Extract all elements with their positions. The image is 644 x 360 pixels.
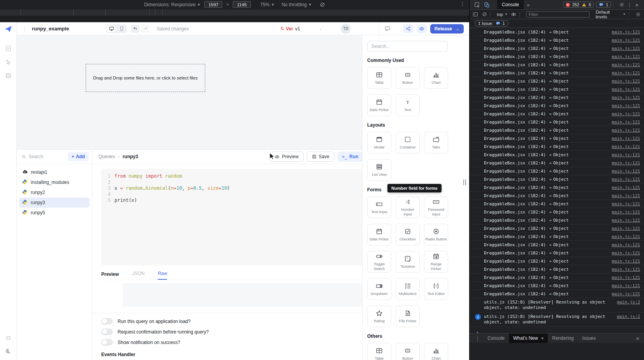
log-object[interactable]: Object xyxy=(553,185,569,191)
error-warning-badge[interactable]: ✕ 252 6 xyxy=(563,2,594,8)
log-object[interactable]: Object xyxy=(553,275,569,281)
expand-object-icon[interactable]: ▶ xyxy=(550,209,552,215)
source-link[interactable]: main.js:121 xyxy=(612,62,640,68)
throttling-dropdown[interactable]: No throttling ▼ xyxy=(282,2,312,7)
query-item-runpy5[interactable]: runpy5 xyxy=(19,208,90,218)
close-devtools-icon[interactable]: × xyxy=(635,2,639,8)
component-card-password-input[interactable]: Password Input xyxy=(424,196,448,218)
settings-gear-icon[interactable] xyxy=(619,2,625,7)
query-item-restapi1[interactable]: APIrestapi1 xyxy=(19,167,90,177)
log-object[interactable]: Object xyxy=(553,95,569,101)
expand-object-icon[interactable]: ▶ xyxy=(550,250,552,256)
source-link[interactable]: main.js:121 xyxy=(612,78,640,84)
expand-object-icon[interactable]: ▶ xyxy=(550,70,552,76)
components-search-input[interactable] xyxy=(367,41,448,51)
add-query-button[interactable]: + Add xyxy=(68,152,89,161)
dimensions-dropdown[interactable]: Dimensions: Responsive ▼ xyxy=(144,2,201,7)
expand-object-icon[interactable]: ▶ xyxy=(550,119,552,125)
source-link[interactable]: main.js:121 xyxy=(612,70,640,76)
component-card-modal[interactable]: Modal xyxy=(367,132,391,154)
source-link[interactable]: main.js:121 xyxy=(612,103,640,109)
component-card-date-picker[interactable]: Date Picker xyxy=(367,224,391,245)
source-link[interactable]: main.js:2 xyxy=(617,314,640,319)
component-card-text[interactable]: TText xyxy=(396,94,420,116)
source-link[interactable]: main.js:121 xyxy=(612,176,640,182)
component-card-radio-button[interactable]: Radio Button xyxy=(424,224,448,245)
source-link[interactable]: main.js:121 xyxy=(612,127,640,133)
source-link[interactable]: main.js:121 xyxy=(612,160,640,166)
source-link[interactable]: main.js:121 xyxy=(612,217,640,223)
log-object[interactable]: Object xyxy=(553,37,569,43)
expand-object-icon[interactable]: ▶ xyxy=(550,234,552,240)
source-link[interactable]: main.js:121 xyxy=(612,152,640,158)
source-link[interactable]: main.js:121 xyxy=(612,275,640,281)
source-link[interactable]: main.js:121 xyxy=(612,46,640,51)
source-link[interactable]: main.js:121 xyxy=(612,266,640,272)
expand-object-icon[interactable]: ▶ xyxy=(550,127,552,133)
source-link[interactable]: main.js:121 xyxy=(612,242,640,248)
expand-object-icon[interactable]: ▶ xyxy=(550,136,552,141)
expand-object-icon[interactable]: ▶ xyxy=(550,242,552,248)
source-link[interactable]: main.js:121 xyxy=(612,37,640,43)
log-object[interactable]: Object xyxy=(553,217,569,223)
log-object[interactable]: Object xyxy=(553,78,569,84)
comments-icon[interactable] xyxy=(385,26,391,32)
expand-object-icon[interactable]: ▶ xyxy=(550,46,552,51)
log-object[interactable]: Object xyxy=(553,234,569,240)
query-item-installing-modules[interactable]: installing_modules xyxy=(19,177,90,187)
component-card-text-input[interactable]: Text Input xyxy=(367,196,391,218)
log-object[interactable]: Object xyxy=(553,226,569,231)
preview-tab-json[interactable]: JSON xyxy=(132,271,144,280)
version-dropdown[interactable]: ⇅ Ver v1 xyxy=(280,26,300,32)
context-selector[interactable]: top ▼ xyxy=(497,12,508,17)
preview-tab-raw[interactable]: Raw xyxy=(158,271,167,280)
expand-object-icon[interactable]: ▶ xyxy=(550,86,552,92)
source-link[interactable]: main.js:121 xyxy=(612,168,640,174)
component-card-range-picker[interactable]: Range Picker xyxy=(424,251,448,273)
query-item-runpy2[interactable]: runpy2 xyxy=(19,187,90,198)
source-link[interactable]: main.js:121 xyxy=(612,29,640,35)
query-item-runpy3[interactable]: runpy3 xyxy=(19,198,90,208)
source-link[interactable]: main.js:121 xyxy=(612,250,640,256)
viewport-width-input[interactable] xyxy=(204,1,222,8)
component-card-textarea[interactable]: TTextarea xyxy=(396,251,420,273)
log-object[interactable]: Object xyxy=(553,46,569,51)
log-object[interactable]: Object xyxy=(553,193,569,199)
chevron-down-icon[interactable]: ⌄ xyxy=(319,26,322,31)
issues-badge[interactable]: 1 xyxy=(596,2,611,8)
source-link[interactable]: main.js:121 xyxy=(612,136,640,141)
console-sidebar-icon[interactable] xyxy=(473,12,478,17)
datasources-icon[interactable] xyxy=(5,72,12,79)
close-tab-icon[interactable]: × xyxy=(541,336,544,341)
viewport-height-input[interactable] xyxy=(233,1,251,8)
expand-object-icon[interactable]: ▶ xyxy=(550,291,552,297)
source-link[interactable]: main.js:121 xyxy=(612,111,640,117)
component-card-tabs[interactable]: Tabs xyxy=(424,132,448,154)
source-link[interactable]: main.js:121 xyxy=(612,86,640,92)
log-object[interactable]: Object xyxy=(553,111,569,117)
log-object[interactable]: Object xyxy=(553,54,569,60)
expand-object-icon[interactable]: ▶ xyxy=(550,217,552,223)
save-button[interactable]: Save xyxy=(307,152,334,162)
source-link[interactable]: main.js:121 xyxy=(612,283,640,289)
log-object[interactable]: Object xyxy=(553,103,569,109)
app-logo-icon[interactable] xyxy=(4,25,12,35)
expand-object-icon[interactable]: ▶ xyxy=(550,258,552,264)
tab-console[interactable]: Console xyxy=(497,0,524,9)
devtools-menu-kebab-icon[interactable]: ⋮ xyxy=(627,2,632,8)
component-card-multiselect[interactable]: Multiselect xyxy=(396,278,420,300)
log-object[interactable]: Object xyxy=(553,250,569,256)
component-card-list-view[interactable]: List View xyxy=(367,159,391,181)
expand-object-icon[interactable]: ▶ xyxy=(550,95,552,101)
log-object[interactable]: Object xyxy=(553,176,569,182)
rotate-viewport-icon[interactable] xyxy=(320,2,325,7)
preview-button[interactable]: Preview xyxy=(269,152,304,162)
breadcrumb-queries[interactable]: Queries xyxy=(99,154,115,159)
component-card-rating[interactable]: Rating xyxy=(367,305,391,327)
component-card-chart[interactable]: Chart xyxy=(424,343,448,360)
expand-object-icon[interactable]: ▶ xyxy=(550,168,552,174)
component-card-file-picker[interactable]: File Picker xyxy=(396,305,420,327)
expand-object-icon[interactable]: ▶ xyxy=(550,176,552,182)
log-object[interactable]: Object xyxy=(553,209,569,215)
log-object[interactable]: Object xyxy=(553,152,569,158)
